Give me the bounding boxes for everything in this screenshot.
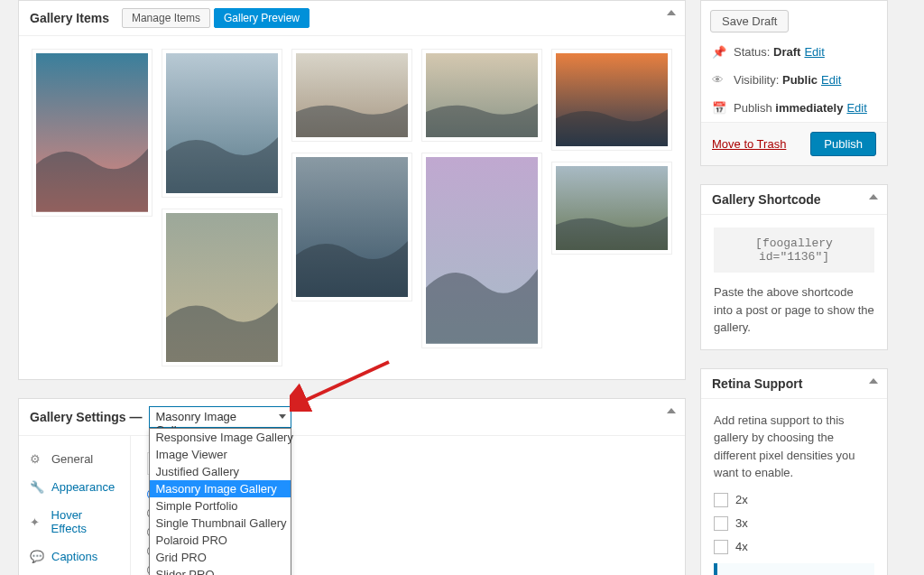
tab-manage-items[interactable]: Manage Items [122, 8, 210, 28]
retina-note: PLEASE NOTE : thumbnails will be generat… [714, 563, 874, 576]
status-row: 📌 Status: Draft Edit [701, 38, 887, 66]
retina-helper: Add retina support to this gallery by ch… [714, 412, 874, 482]
gallery-items-header: Gallery Items Manage Items Gallery Previ… [19, 1, 685, 36]
edit-status-link[interactable]: Edit [804, 45, 824, 59]
template-option[interactable]: Slider PRO [150, 566, 291, 575]
collapse-icon[interactable] [869, 378, 878, 384]
settings-tabs: ⚙ General 🔧 Appearance ✦ Hover Effects 💬… [19, 436, 131, 575]
template-option[interactable]: Justified Gallery [150, 463, 291, 480]
gallery-thumb[interactable] [551, 49, 672, 151]
shortcode-panel: Gallery Shortcode [foogallery id="1136"]… [700, 184, 888, 350]
collapse-icon[interactable] [667, 408, 676, 413]
retina-option[interactable]: 4x [714, 540, 874, 554]
pointer-icon: ✦ [30, 515, 44, 529]
tab-gallery-preview[interactable]: Gallery Preview [214, 8, 310, 28]
gallery-thumb[interactable] [162, 209, 282, 366]
settings-body: ⚙ General 🔧 Appearance ✦ Hover Effects 💬… [19, 436, 685, 575]
template-option[interactable]: Masonry Image Gallery [150, 480, 291, 497]
eye-icon: 👁 [712, 73, 728, 87]
gallery-thumb[interactable] [551, 162, 672, 255]
visibility-row: 👁 Visibility: Public Edit [701, 66, 887, 94]
gallery-thumb[interactable] [291, 49, 412, 142]
save-draft-button[interactable]: Save Draft [710, 10, 789, 32]
publish-footer: Move to Trash Publish [701, 122, 887, 165]
gallery-settings-title: Gallery Settings — [30, 410, 142, 424]
settings-tab-captions[interactable]: 💬 Captions [19, 543, 130, 570]
settings-tab-appearance[interactable]: 🔧 Appearance [19, 473, 130, 501]
publish-row: 📅 Publish immediately Edit [701, 94, 887, 122]
collapse-icon[interactable] [869, 194, 878, 199]
edit-visibility-link[interactable]: Edit [821, 73, 841, 87]
pin-icon: 📌 [712, 45, 728, 59]
shortcode-body: [foogallery id="1136"] Paste the above s… [701, 215, 887, 349]
checkbox-icon[interactable] [714, 516, 728, 531]
gallery-items-title: Gallery Items [30, 11, 109, 25]
template-option[interactable]: Polaroid PRO [150, 532, 291, 549]
retina-body: Add retina support to this gallery by ch… [701, 399, 887, 576]
calendar-icon: 📅 [712, 101, 728, 115]
move-to-trash-link[interactable]: Move to Trash [712, 137, 786, 151]
publish-button[interactable]: Publish [810, 132, 876, 156]
gallery-thumb[interactable] [32, 49, 152, 217]
caption-icon: 💬 [30, 550, 44, 563]
shortcode-header: Gallery Shortcode [701, 185, 887, 215]
retina-options: 2x3x4x [714, 493, 874, 554]
template-option[interactable]: Simple Portfolio [150, 497, 291, 515]
checkbox-icon[interactable] [714, 540, 728, 554]
shortcode-text[interactable]: [foogallery id="1136"] [714, 227, 874, 273]
gallery-settings-panel: Gallery Settings — Masonry Image Gallery… [18, 398, 686, 575]
settings-tab-paging[interactable]: ▤ Paging [19, 570, 130, 575]
retina-panel: Retina Support Add retina support to thi… [700, 368, 888, 576]
gallery-thumb[interactable] [291, 153, 412, 301]
gallery-preview-body [19, 36, 685, 379]
gear-icon: ⚙ [30, 452, 44, 466]
masonry-grid [32, 49, 672, 366]
edit-publish-link[interactable]: Edit [846, 101, 866, 115]
template-option[interactable]: Image Viewer [150, 446, 291, 463]
retina-option[interactable]: 2x [714, 493, 874, 507]
template-select-wrap: Masonry Image Gallery Responsive Image G… [149, 406, 291, 428]
publish-panel: Save Draft 📌 Status: Draft Edit 👁 Visibi… [700, 0, 888, 166]
checkbox-icon[interactable] [714, 493, 728, 507]
retina-title: Retina Support [712, 376, 802, 391]
gallery-settings-header: Gallery Settings — Masonry Image Gallery… [19, 399, 685, 436]
gallery-thumb[interactable] [162, 49, 282, 198]
wrench-icon: 🔧 [30, 480, 44, 494]
template-option[interactable]: Grid PRO [150, 549, 291, 566]
template-option[interactable]: Responsive Image Gallery [150, 429, 291, 446]
template-dropdown: Responsive Image GalleryImage ViewerJust… [149, 428, 291, 575]
settings-tab-general[interactable]: ⚙ General [19, 445, 130, 473]
settings-tab-hover[interactable]: ✦ Hover Effects [19, 501, 130, 543]
collapse-icon[interactable] [667, 10, 676, 15]
gallery-thumb[interactable] [421, 49, 542, 142]
gallery-items-panel: Gallery Items Manage Items Gallery Previ… [18, 0, 686, 380]
retina-option[interactable]: 3x [714, 516, 874, 531]
shortcode-helper: Paste the above shortcode into a post or… [714, 283, 874, 337]
template-option[interactable]: Single Thumbnail Gallery [150, 515, 291, 532]
template-select[interactable]: Masonry Image Gallery [149, 406, 291, 428]
gallery-items-tabs: Manage Items Gallery Preview [122, 8, 313, 28]
retina-header: Retina Support [701, 369, 887, 399]
shortcode-title: Gallery Shortcode [712, 192, 821, 207]
gallery-thumb[interactable] [421, 153, 542, 348]
